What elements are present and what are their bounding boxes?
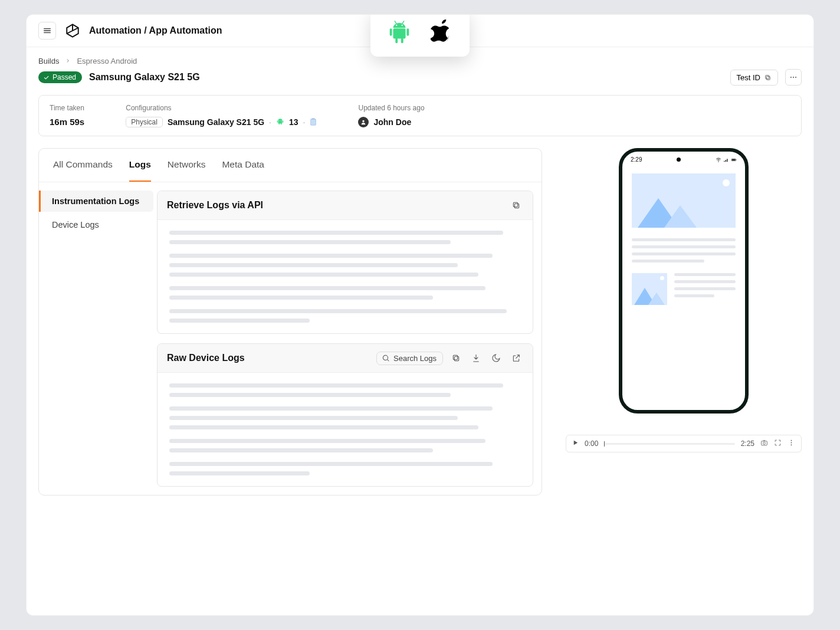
user-avatar <box>358 117 369 127</box>
svg-point-11 <box>790 77 792 78</box>
video-track[interactable] <box>604 443 734 445</box>
video-current-time: 0:00 <box>585 439 598 448</box>
svg-rect-36 <box>762 441 767 445</box>
svg-rect-18 <box>281 123 281 124</box>
svg-rect-23 <box>513 202 517 206</box>
header: Automation / App Automation <box>27 15 813 47</box>
placeholder-text <box>632 238 736 262</box>
search-logs-input[interactable]: Search Logs <box>376 352 443 365</box>
apple-icon[interactable] <box>431 19 454 47</box>
tab-all-commands[interactable]: All Commands <box>53 149 113 182</box>
device-camera-dot <box>677 158 681 162</box>
menu-button[interactable] <box>38 22 56 40</box>
wifi-icon <box>716 157 721 163</box>
external-link-icon <box>511 353 521 363</box>
main-area: All Commands Logs Networks Meta Data Ins… <box>27 136 813 507</box>
svg-rect-16 <box>283 120 283 123</box>
svg-rect-20 <box>312 118 315 119</box>
platform-popover <box>370 14 470 57</box>
svg-line-5 <box>395 21 396 24</box>
svg-point-8 <box>402 25 403 26</box>
screenshot-button[interactable] <box>760 439 768 448</box>
logo-icon <box>65 23 80 38</box>
copy-icon <box>451 353 461 363</box>
tab-meta-data[interactable]: Meta Data <box>222 149 264 182</box>
svg-rect-29 <box>736 159 736 160</box>
more-vertical-icon <box>788 439 795 447</box>
retrieve-card-body <box>158 220 533 333</box>
check-icon <box>43 74 50 81</box>
video-player[interactable]: 0:00 2:25 <box>566 435 802 452</box>
placeholder-text-small <box>674 273 736 297</box>
download-button[interactable] <box>469 351 483 365</box>
device-preview-pane: 2:29 <box>566 148 802 452</box>
time-taken-label: Time taken <box>50 104 84 112</box>
svg-rect-1 <box>390 28 392 35</box>
video-more-button[interactable] <box>788 439 795 448</box>
svg-rect-30 <box>732 159 735 160</box>
copy-button[interactable] <box>509 198 523 212</box>
log-sidebar: Instrumentation Logs Device Logs <box>39 182 157 495</box>
tab-logs[interactable]: Logs <box>129 149 151 182</box>
updated-by: John Doe <box>373 117 411 127</box>
app-logo <box>64 22 81 39</box>
svg-point-24 <box>383 355 388 360</box>
svg-rect-19 <box>311 119 316 126</box>
svg-point-27 <box>718 161 718 162</box>
chevron-right-icon <box>65 57 71 65</box>
svg-rect-25 <box>454 356 458 360</box>
svg-rect-4 <box>401 38 403 44</box>
sidebar-item-instrumentation[interactable]: Instrumentation Logs <box>39 191 153 212</box>
fullscreen-button[interactable] <box>774 439 782 448</box>
download-icon <box>471 353 481 363</box>
android-icon[interactable] <box>386 18 413 47</box>
placeholder-image-small <box>632 273 667 305</box>
svg-rect-0 <box>393 28 405 38</box>
svg-point-21 <box>363 120 365 122</box>
device-screen <box>622 165 745 313</box>
copy-logs-button[interactable] <box>449 351 463 365</box>
copy-icon <box>511 201 521 210</box>
status-badge: Passed <box>38 71 82 83</box>
video-total-time: 2:25 <box>741 439 754 448</box>
raw-card-title: Raw Device Logs <box>167 353 370 363</box>
device-status-bar: 2:29 <box>622 152 745 165</box>
raw-card-body <box>158 373 533 486</box>
more-button[interactable] <box>785 69 802 86</box>
svg-point-13 <box>795 77 796 78</box>
retrieve-card-title: Retrieve Logs via API <box>167 200 503 211</box>
svg-point-12 <box>793 77 794 78</box>
svg-rect-9 <box>766 76 770 80</box>
search-placeholder: Search Logs <box>393 354 437 363</box>
external-button[interactable] <box>509 351 523 365</box>
theme-button[interactable] <box>489 351 503 365</box>
summary-card: Time taken 16m 59s Configurations Physic… <box>38 95 802 136</box>
device-time: 2:29 <box>631 156 642 163</box>
svg-point-39 <box>791 442 792 444</box>
camera-icon <box>760 439 768 447</box>
svg-rect-22 <box>514 204 519 208</box>
placeholder-image <box>632 173 736 228</box>
search-icon <box>382 354 390 362</box>
breadcrumb-current: Espresso Android <box>77 57 137 65</box>
svg-point-40 <box>791 444 792 445</box>
config-chip: Physical <box>126 117 163 127</box>
play-button[interactable] <box>572 439 579 448</box>
svg-rect-26 <box>453 355 457 359</box>
retrieve-logs-card: Retrieve Logs via API <box>157 191 533 334</box>
summary-config: Configurations Physical Samsung Galaxy S… <box>126 104 317 127</box>
app-window: Automation / App Automation <box>26 14 814 616</box>
page-title: Samsung Galaxy S21 5G <box>89 72 200 83</box>
breadcrumb-root[interactable]: Builds <box>38 57 59 65</box>
tab-networks[interactable]: Networks <box>168 149 206 182</box>
android-mini-icon <box>276 117 284 127</box>
svg-point-37 <box>763 442 766 444</box>
device-status-icons <box>716 157 737 163</box>
hamburger-icon <box>42 26 52 35</box>
svg-rect-3 <box>395 38 398 44</box>
sidebar-item-device[interactable]: Device Logs <box>42 214 153 235</box>
more-horizontal-icon <box>789 73 798 81</box>
fullscreen-icon <box>774 439 782 447</box>
test-id-button[interactable]: Test ID <box>730 70 778 86</box>
summary-updated: Updated 6 hours ago John Doe <box>358 104 424 127</box>
